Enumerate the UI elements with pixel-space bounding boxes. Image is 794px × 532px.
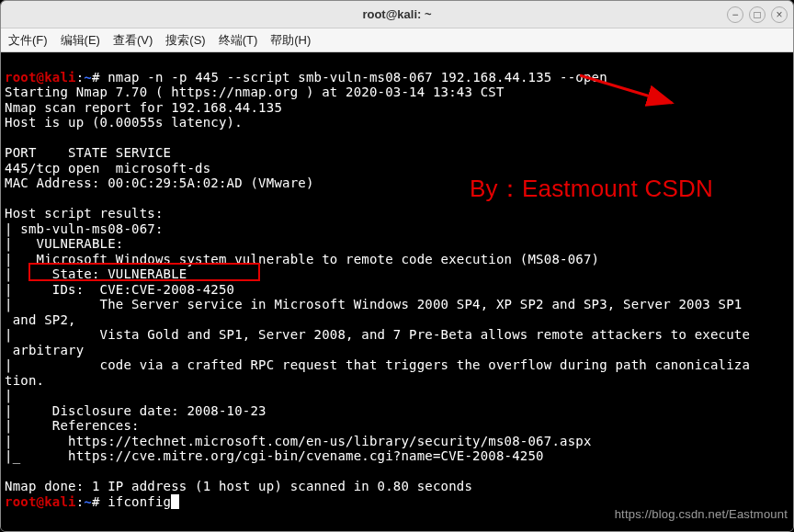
prompt-hash: # — [92, 70, 100, 85]
highlight-box-cve — [28, 263, 260, 281]
prompt-path: ~ — [84, 494, 92, 509]
prompt-hash: # — [92, 494, 100, 509]
output-line: | IDs: CVE:CVE-2008-4250 — [5, 282, 234, 297]
output-line: | The Server service in Microsoft Window… — [5, 297, 742, 311]
window-controls: − □ × — [727, 6, 788, 23]
minimize-button[interactable]: − — [727, 6, 743, 23]
menubar: 文件(F) 编辑(E) 查看(V) 搜索(S) 终端(T) 帮助(H) — [1, 28, 793, 52]
menu-file[interactable]: 文件(F) — [8, 32, 48, 49]
cursor — [171, 494, 179, 509]
output-line: | code via a crafted RPC request that tr… — [5, 357, 750, 372]
prompt-user: root — [5, 494, 37, 509]
output-line: and SP2, — [5, 312, 76, 327]
prompt-path: ~ — [84, 70, 92, 85]
prompt-host: kali — [44, 70, 76, 85]
command-2: ifconfig — [100, 494, 172, 509]
output-line: Host script results: — [5, 206, 164, 221]
maximize-button[interactable]: □ — [749, 6, 766, 23]
prompt-user: root — [5, 70, 37, 85]
output-line: Starting Nmap 7.70 ( https://nmap.org ) … — [5, 85, 505, 99]
window-title: root@kali: ~ — [362, 7, 431, 21]
prompt-at: @ — [37, 70, 45, 85]
terminal-content[interactable]: root@kali:~# nmap -n -p 445 --script smb… — [1, 52, 793, 532]
menu-view[interactable]: 查看(V) — [113, 32, 153, 49]
output-line: Nmap scan report for 192.168.44.135 — [5, 100, 282, 115]
output-line: arbitrary — [5, 343, 84, 357]
output-line: | — [5, 388, 13, 402]
menu-edit[interactable]: 编辑(E) — [61, 32, 100, 49]
author-watermark: By：Eastmount CSDN — [470, 181, 713, 197]
output-line: | smb-vuln-ms08-067: — [5, 221, 164, 236]
close-button[interactable]: × — [771, 6, 788, 23]
output-line: PORT STATE SERVICE — [5, 145, 171, 160]
output-line: | VULNERABLE: — [5, 236, 123, 251]
output-line: | Vista Gold and SP1, Server 2008, and 7… — [5, 327, 750, 342]
titlebar: root@kali: ~ − □ × — [1, 1, 793, 28]
output-line: | References: — [5, 418, 140, 433]
menu-terminal[interactable]: 终端(T) — [219, 32, 258, 49]
menu-search[interactable]: 搜索(S) — [165, 32, 205, 49]
output-line: |_ https://cve.mitre.org/cgi-bin/cvename… — [5, 448, 544, 463]
prompt-host: kali — [44, 494, 76, 509]
prompt-at: @ — [37, 494, 45, 509]
command-1: nmap -n -p 445 --script smb-vuln-ms08-06… — [100, 70, 607, 85]
output-line: tion. — [5, 373, 44, 388]
source-url-watermark: https://blog.csdn.net/Eastmount — [615, 507, 788, 523]
output-line: MAC Address: 00:0C:29:5A:02:AD (VMware) — [5, 175, 314, 190]
output-line: | https://technet.microsoft.com/en-us/li… — [5, 434, 592, 448]
output-line: | Disclosure date: 2008-10-23 — [5, 403, 267, 418]
output-line: Nmap done: 1 IP address (1 host up) scan… — [5, 479, 472, 493]
output-line: 445/tcp open microsoft-ds — [5, 161, 210, 175]
menu-help[interactable]: 帮助(H) — [270, 32, 311, 49]
output-line: Host is up (0.00055s latency). — [5, 115, 243, 130]
